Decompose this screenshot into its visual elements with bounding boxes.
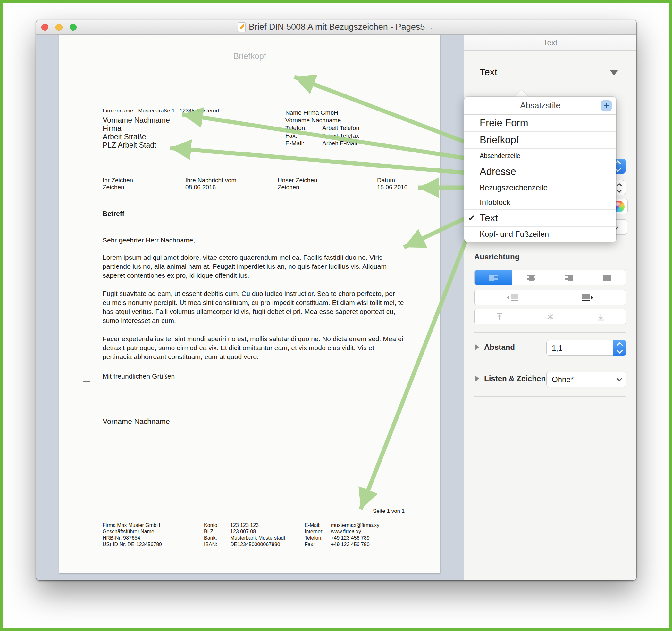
align-left-button[interactable] [475,270,512,285]
stepper-down-icon [617,347,623,354]
alignment-segmented-control [474,270,626,285]
titlebar: Brief DIN 5008 A mit Bezugszeichen - Pag… [36,20,637,34]
letter-page[interactable]: Briefkopf Firmenname · Musterstraße 1 · … [59,34,440,573]
abstand-stepper-field[interactable]: 1,1 [546,340,626,356]
style-item-label: Text [480,212,498,224]
style-item-label: Infoblock [480,198,510,207]
style-item-label: Absenderzeile [480,152,520,159]
ausrichtung-heading: Ausrichtung [474,252,520,261]
fold-mark [83,381,90,382]
chevron-down-icon [617,376,622,381]
style-item-adresse[interactable]: Adresse [464,163,616,180]
style-item-bezugszeichenzeile[interactable]: Bezugszeichenzeile [464,180,616,195]
window-title-group: Brief DIN 5008 A mit Bezugszeichen - Pag… [238,22,435,32]
listen-label: Listen & Zeichen [484,374,546,383]
style-item-kopf-und-fußzeilen[interactable]: Kopf- und Fußzeilen [464,227,616,242]
style-list: Freie FormBriefkopfAbsenderzeileAdresseB… [464,115,616,242]
style-item-text[interactable]: ✓Text [464,210,616,227]
title-chevron-down-icon[interactable]: ⌄ [429,23,435,31]
popover-caret [514,90,529,97]
style-item-infoblock[interactable]: Infoblock [464,195,616,210]
page-indicator: Seite 1 von 1 [373,508,405,514]
listen-value: Ohne* [552,375,574,384]
popover-header: Absatzstile + [464,97,616,115]
align-center-button[interactable] [512,270,550,285]
align-top-button[interactable] [475,309,525,324]
paragraph-style-value: Text [480,67,497,77]
listen-disclosure-triangle-icon[interactable] [475,375,479,382]
add-style-button[interactable]: + [601,100,612,111]
infoblock[interactable]: Name Firma GmbHVorname NachnameTelefon:A… [285,109,359,147]
style-item-briefkopf[interactable]: Briefkopf [464,132,616,149]
divider [474,332,626,333]
pages-window: Brief DIN 5008 A mit Bezugszeichen - Pag… [36,20,637,580]
reference-line[interactable]: Ihr ZeichenZeichenIhre Nachricht vom08.0… [103,177,420,193]
recipient-address[interactable]: Vorname NachnameFirmaArbeit StraßePLZ Ar… [103,116,170,149]
screenshot-frame: Brief DIN 5008 A mit Bezugszeichen - Pag… [0,0,672,631]
style-item-absenderzeile[interactable]: Absenderzeile [464,149,616,163]
zoom-button[interactable] [70,24,77,31]
signature-name[interactable]: Vorname Nachname [103,418,170,426]
closing-line[interactable]: Mit freundlichen Grüßen [103,373,175,380]
abstand-label: Abstand [484,343,515,352]
align-bottom-button[interactable] [576,309,626,324]
listen-dropdown[interactable]: Ohne* [546,372,626,387]
window-title: Brief DIN 5008 A mit Bezugszeichen - Pag… [249,22,425,32]
sidebar-pane-title: Text [464,34,637,51]
paragraph-style-selector[interactable]: Text [464,51,637,96]
close-button[interactable] [41,24,48,31]
stepper-down-icon [617,187,622,193]
align-middle-button[interactable] [525,309,576,324]
absenderzeile[interactable]: Firmenname · Musterstraße 1 · 12345 Must… [103,108,219,114]
style-item-freie-form[interactable]: Freie Form [464,115,616,132]
popover-title: Absatzstile [520,101,560,110]
checkmark-icon: ✓ [468,213,480,223]
align-right-button[interactable] [551,270,588,285]
minimize-button[interactable] [55,24,63,31]
traffic-lights [41,24,77,31]
style-item-label: Adresse [480,166,516,177]
pages-document-icon [238,22,246,32]
vertical-align-segmented-control [474,309,626,324]
divider [474,396,626,397]
body-paragraphs[interactable]: Lorem ipsum ad qui amet dolore, vitae ce… [103,253,404,371]
align-justify-button[interactable] [588,270,626,285]
salutation[interactable]: Sehr geehrter Herr Nachname, [103,236,195,244]
document-canvas: Briefkopf Firmenname · Musterstraße 1 · … [36,34,464,580]
style-item-label: Bezugszeichenzeile [480,183,548,192]
abstand-disclosure-triangle-icon[interactable] [475,344,479,350]
abstand-stepper-button[interactable] [613,340,626,356]
fold-mark [83,190,90,190]
absatzstile-popover: Absatzstile + Freie FormBriefkopfAbsende… [464,97,616,242]
style-item-label: Kopf- und Fußzeilen [480,230,549,238]
abstand-value: 1,1 [552,344,562,353]
divider [474,363,626,364]
fold-mark [83,304,92,304]
indent-segmented-control [474,290,626,305]
indent-button[interactable] [551,290,626,305]
style-item-label: Briefkopf [480,134,519,146]
briefkopf-placeholder[interactable]: Briefkopf [59,51,440,61]
subject-line[interactable]: Betreff [103,210,124,218]
style-item-label: Freie Form [480,117,528,129]
style-selector-triangle-icon [610,71,618,76]
outdent-button[interactable] [475,290,551,305]
